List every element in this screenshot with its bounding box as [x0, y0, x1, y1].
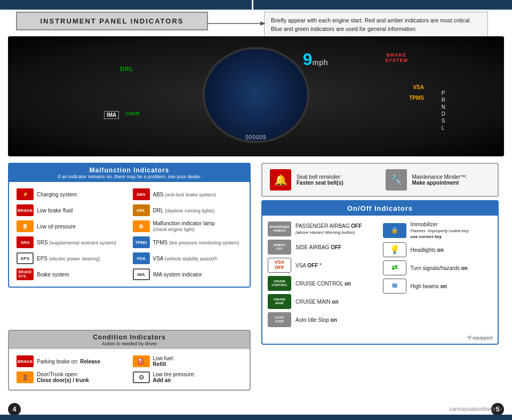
low-fuel-icon: ⛽	[133, 355, 150, 367]
maintenance-label: Maintenance Minder™:	[412, 174, 467, 180]
ima-indicator-icon: IMA	[133, 268, 150, 280]
list-item: ⛽ Low fuel:Refill	[130, 353, 246, 369]
list-item: PASSENGERAIRBAG PASSENGER AIRBAG OFF(abo…	[268, 220, 378, 238]
low-brake-label: Low brake fluid	[37, 208, 73, 213]
tpms-label: TPMS (tire pressure monitoring system)	[153, 240, 239, 245]
list-item: EPS EPS (electric power steering)	[13, 250, 130, 266]
high-beams-icon: ≋	[383, 279, 406, 294]
chg-display: CHGR	[125, 111, 140, 116]
immobilizer-text: ImmobilizerFlashes: improperly coded key…	[411, 221, 470, 239]
auto-stop-icon: AUTOSTOP	[268, 312, 291, 327]
title-section: INSTRUMENT PANEL INDICATORS	[16, 12, 240, 32]
seatbelt-text: Seat belt reminder: Fasten seat belt(s)	[297, 174, 343, 186]
list-item: ⚙ Malfunction indicator lamp(check engin…	[130, 218, 246, 234]
vsa-indicator-icon: VSA	[133, 252, 150, 264]
tpms-icon: TPMS	[133, 236, 150, 248]
vsa-indicator-label: VSA (vehicle stability assist)®	[153, 256, 218, 261]
low-tire-icon: ⊙	[133, 371, 150, 383]
svg-marker-1	[260, 21, 266, 26]
parking-brake-icon: BRAKE	[17, 355, 34, 367]
cruise-main-icon: CRUISEMAIN	[268, 294, 291, 309]
list-item: BRAKE Low brake fluid	[13, 202, 130, 218]
list-item: TPMS TPMS (tire pressure monitoring syst…	[130, 234, 246, 250]
condition-header: Condition Indicators Action is needed by…	[9, 331, 250, 349]
list-item: VSAOFF VSA OFF *	[268, 256, 378, 274]
list-item: CRUISECONTROL CRUISE CONTROL on	[268, 274, 378, 292]
website-text: carmanualsonline.info	[450, 406, 501, 412]
wrench-icon: 🔧	[386, 169, 407, 191]
drl-label-text: DRL (daytime running lights)	[153, 208, 215, 213]
turn-signals-icon: ⇄	[383, 260, 406, 275]
eps-label: EPS (electric power steering)	[37, 256, 100, 261]
drl-label: DRL	[120, 66, 134, 72]
charging-system-icon: ⚡	[17, 188, 34, 200]
top-bar	[0, 0, 512, 10]
list-item: 🚪 Door/Trunk open:Close door(s) / trunk	[13, 369, 130, 385]
low-tire-label: Low tire pressure:Add air	[153, 371, 195, 383]
list-item: 💡 Headlights on	[383, 241, 493, 259]
cruise-control-text: CRUISE CONTROL on	[295, 281, 351, 287]
passenger-airbag-icon: PASSENGERAIRBAG	[268, 221, 291, 236]
low-fuel-label: Low fuel:Refill	[153, 355, 174, 367]
speed-display: 9mph	[303, 50, 328, 69]
low-brake-icon: BRAKE	[17, 204, 34, 216]
brake-label: BRAKESYSTEM	[385, 52, 408, 63]
list-item: SRS SRS (supplemental restraint system)	[13, 234, 130, 250]
onoff-column-right: 🔒 ImmobilizerFlashes: improperly coded k…	[383, 220, 493, 329]
list-item: 🔒 ImmobilizerFlashes: improperly coded k…	[383, 220, 493, 241]
ima-indicator-label: IMA system indicator	[153, 272, 202, 278]
srs-label: SRS (supplemental restraint system)	[37, 240, 116, 245]
list-item: IMA IMA system indicator	[130, 266, 246, 282]
seatbelt-item: 🔔 Seat belt reminder: Fasten seat belt(s…	[270, 169, 375, 191]
list-item: ABS ABS (anti-lock brake system)	[130, 186, 246, 202]
dashboard-image: DRL BRAKESYSTEM 9mph PRNDSL VSA TPMS IMA…	[8, 36, 504, 156]
charging-system-label: Charging system	[37, 192, 77, 197]
headlights-text: Headlights on	[411, 247, 444, 253]
bottom-bar-left	[0, 415, 252, 420]
description-box: Briefly appear with each engine start. R…	[264, 12, 488, 38]
condition-indicators-box: Condition Indicators Action is needed by…	[8, 330, 251, 391]
desc-line2: Blue and green indicators are used for g…	[271, 26, 417, 32]
mil-label: Malfunction indicator lamp(check engine …	[153, 220, 215, 232]
immobilizer-icon: 🔒	[383, 223, 406, 238]
condition-title: Condition Indicators	[13, 334, 245, 341]
onoff-indicators-box: On/Off Indicators PASSENGERAIRBAG PASSEN…	[261, 200, 499, 345]
tpms-display: TPMS	[409, 95, 424, 101]
side-airbag-text: SIDE AIRBAG OFF	[295, 244, 341, 250]
condition-grid: BRAKE Parking brake on: Release ⛽ Low fu…	[9, 349, 250, 390]
cruise-main-text: CRUISE MAIN on	[295, 299, 339, 305]
bottom-bar-right	[252, 415, 512, 420]
mil-icon: ⚙	[133, 220, 150, 232]
vsa-off-text: VSA OFF *	[295, 263, 322, 268]
malfunction-subtitle: If an indicator remains on, there may be…	[13, 174, 245, 179]
onoff-footnote: *if equipped	[262, 333, 498, 344]
gear-display: PRNDSL	[442, 90, 445, 131]
parking-brake-label: Parking brake on: Release	[37, 359, 100, 364]
onoff-grid: PASSENGERAIRBAG PASSENGER AIRBAG OFF(abo…	[262, 216, 498, 333]
list-item: ≋ High beams on	[383, 277, 493, 295]
list-item: ⊙ Low tire pressure:Add air	[130, 369, 246, 385]
oil-pressure-icon: 🛢	[17, 220, 34, 232]
maintenance-item: 🔧 Maintenance Minder™: Make appointment	[386, 169, 491, 191]
cruise-control-icon: CRUISECONTROL	[268, 276, 291, 291]
odometer-display: 000009	[245, 134, 266, 140]
headlights-icon: 💡	[383, 242, 406, 257]
vsa-off-icon: VSAOFF	[268, 258, 291, 273]
brake-system-icon: BRAKESYS	[17, 268, 34, 280]
side-airbag-icon: AIRBAGOFF	[268, 240, 291, 255]
list-item: ⇄ Turn signals/hazards on	[383, 259, 493, 277]
list-item: AUTOSTOP Auto Idle Stop on	[268, 311, 378, 329]
seatbelt-label: Seat belt reminder:	[297, 174, 342, 180]
maintenance-action: Make appointment	[412, 180, 467, 186]
ima-display: IMA	[104, 111, 119, 119]
page-number-left: 4	[8, 403, 21, 416]
dashboard-sim: DRL BRAKESYSTEM 9mph PRNDSL VSA TPMS IMA…	[8, 36, 504, 156]
condition-subtitle: Action is needed by driver	[13, 341, 245, 346]
abs-icon: ABS	[133, 188, 150, 200]
turn-signals-text: Turn signals/hazards on	[411, 265, 468, 271]
page-title: INSTRUMENT PANEL INDICATORS	[16, 12, 208, 30]
onoff-column-left: PASSENGERAIRBAG PASSENGER AIRBAG OFF(abo…	[268, 220, 378, 329]
malfunction-grid: ⚡ Charging system ABS ABS (anti-lock bra…	[9, 182, 250, 287]
list-item: BRAKESYS Brake system	[13, 266, 130, 282]
oil-pressure-label: Low oil pressure	[37, 224, 76, 229]
